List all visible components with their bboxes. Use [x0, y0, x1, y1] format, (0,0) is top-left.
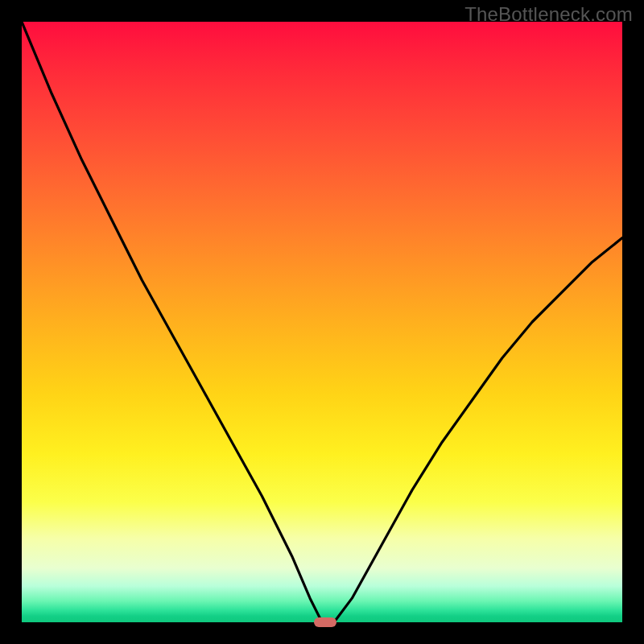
- chart-root: TheBottleneck.com: [0, 0, 644, 644]
- minimum-marker: [314, 617, 336, 627]
- plot-area: [22, 22, 622, 622]
- watermark-text: TheBottleneck.com: [464, 3, 633, 26]
- bottleneck-curve: [22, 22, 622, 622]
